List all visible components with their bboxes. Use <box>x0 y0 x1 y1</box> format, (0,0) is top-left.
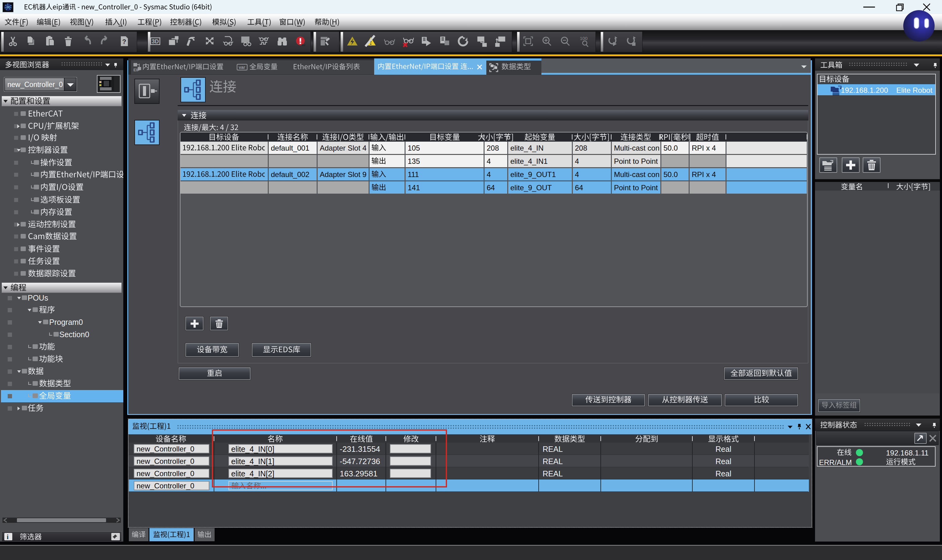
svg-text:100: 100 <box>580 35 588 41</box>
svg-text:3D: 3D <box>152 38 159 45</box>
svg-text:?: ? <box>122 38 126 46</box>
svg-text:var: var <box>239 65 245 70</box>
svg-text:EIP: EIP <box>134 68 140 72</box>
